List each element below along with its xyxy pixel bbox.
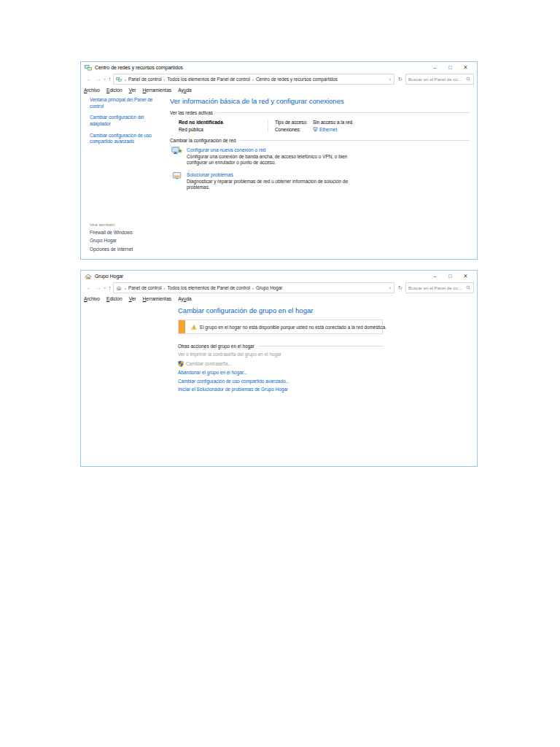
warning-icon [191,325,197,330]
troubleshoot-link[interactable]: Solucionar problemas [187,172,363,177]
see-also-windows-firewall[interactable]: Firewall de Windows [90,230,133,235]
see-also-label: Vea también [90,222,133,227]
recent-pages-chevron-icon[interactable]: ∨ [104,282,106,294]
troubleshoot-desc: Diagnosticar y reparar problemas de red … [187,179,363,191]
back-icon[interactable]: ← [86,282,92,294]
forward-icon[interactable]: → [96,73,101,85]
address-bar: ← → ∨ ↑ › Panel de control › Todos los e… [81,282,477,294]
breadcrumb[interactable]: › Panel de control › Todos los elementos… [113,74,394,85]
menu-help[interactable]: Ayuda [178,296,192,301]
search-input[interactable]: Buscar en el Panel de co… [405,282,474,293]
breadcrumb-current[interactable]: Grupo Hogar [256,285,282,290]
active-network-item: Red no identificada Red pública Tipo de … [179,120,470,132]
divider [217,112,470,113]
menu-tools[interactable]: Herramientas [143,296,172,301]
titlebar[interactable]: Centro de redes y recursos compartidos –… [81,62,477,73]
menu-edit[interactable]: Edición [106,88,122,93]
homegroup-troubleshooter-link[interactable]: Iniciar el Solucionador de problemas de … [178,387,288,392]
homegroup-icon [116,285,122,291]
forward-icon[interactable]: → [96,282,101,294]
leave-homegroup-link[interactable]: Abandonar el grupo en el hogar... [178,370,247,375]
titlebar[interactable]: Grupo Hogar – □ ✕ [81,271,477,282]
troubleshoot-icon [171,171,182,180]
see-also-homegroup[interactable]: Grupo Hogar [90,238,133,243]
warning-accent-bar [179,320,185,333]
breadcrumb-control-panel[interactable]: Panel de control [128,285,162,290]
breadcrumb-current[interactable]: Centro de redes y recursos compartidos [256,77,338,82]
page-title: Ver información básica de la red y confi… [170,97,470,105]
chevron-right-icon: › [164,77,166,82]
refresh-icon[interactable]: ↻ [398,76,402,82]
other-actions-label: Otras acciones del grupo en el hogar [178,344,254,349]
change-network-settings-label: Cambiar la configuración de red [170,138,236,143]
main-content: Ver información básica de la red y confi… [168,94,477,260]
sidebar-item-control-panel-home[interactable]: Ventana principal del Panel de control [90,97,158,109]
divider [258,346,384,347]
network-center-icon [116,77,122,82]
back-icon[interactable]: ← [86,73,92,85]
uac-shield-icon [178,360,184,367]
access-type-value: Sin acceso a la red [313,120,352,125]
maximize-button[interactable]: □ [443,271,458,282]
sidebar-item-adapter-settings[interactable]: Cambiar configuración del adaptador [90,115,158,127]
menu-help[interactable]: Ayuda [178,88,192,93]
new-connection-icon [171,147,182,155]
window-title: Centro de redes y recursos compartidos [95,65,183,70]
troubleshoot-task: Solucionar problemas Diagnosticar y repa… [171,171,470,191]
setup-new-connection-desc: Configurar una conexión de banda ancha, … [187,154,363,166]
address-dropdown-icon[interactable]: ∨ [389,77,391,81]
ethernet-link[interactable]: Ethernet [313,127,352,132]
address-bar: ← → ∨ ↑ › Panel de control › Todos los e… [81,73,477,85]
minimize-button[interactable]: – [427,62,443,73]
view-password-item: Ver o imprimir la contraseña del grupo e… [178,352,477,357]
up-icon[interactable]: ↑ [109,282,112,294]
chevron-right-icon: › [252,77,254,82]
chevron-right-icon: › [125,77,126,82]
chevron-right-icon: › [125,286,126,290]
setup-new-connection-task: Configurar una nueva conexión o red Conf… [171,147,470,166]
connections-label: Conexiones: [275,127,313,132]
breadcrumb-all-items[interactable]: Todos los elementos de Panel de control [168,77,250,82]
breadcrumb[interactable]: › Panel de control › Todos los elementos… [113,282,394,293]
network-profile: Red pública [179,127,268,132]
divider [240,140,470,141]
search-placeholder: Buscar en el Panel de co… [408,285,466,290]
menu-file[interactable]: Archivo [84,296,100,301]
search-icon[interactable] [466,285,471,290]
maximize-button[interactable]: □ [443,62,458,73]
network-center-icon [85,64,92,71]
sidebar-item-advanced-sharing[interactable]: Cambiar configuración de uso compartido … [90,133,158,145]
see-also-section: Vea también Firewall de Windows Grupo Ho… [90,222,133,255]
menu-file[interactable]: Archivo [84,88,100,93]
network-sharing-center-window: Centro de redes y recursos compartidos –… [80,61,478,260]
homegroup-window: Grupo Hogar – □ ✕ ← → ∨ ↑ › Panel de con… [80,270,478,467]
see-also-internet-options[interactable]: Opciones de Internet [90,247,133,252]
warning-text: El grupo en el hogar no está disponible … [200,325,386,330]
change-password-item: Cambiar contraseña... [178,360,477,367]
page-title: Cambiar configuración de grupo en el hog… [178,306,477,314]
refresh-icon[interactable]: ↻ [398,285,402,291]
search-icon[interactable] [466,77,471,82]
breadcrumb-control-panel[interactable]: Panel de control [128,77,162,82]
close-button[interactable]: ✕ [458,271,473,282]
up-icon[interactable]: ↑ [109,73,112,85]
breadcrumb-all-items[interactable]: Todos los elementos de Panel de control [168,285,250,290]
window-title: Grupo Hogar [95,274,123,279]
warning-banner: El grupo en el hogar no está disponible … [178,320,383,334]
setup-new-connection-link[interactable]: Configurar una nueva conexión o red [187,147,363,152]
menu-edit[interactable]: Edición [106,296,122,301]
address-dropdown-icon[interactable]: ∨ [389,286,391,290]
advanced-sharing-link[interactable]: Cambiar configuración de uso compartido … [178,379,289,384]
search-input[interactable]: Buscar en el Panel de co… [405,74,474,85]
menu-view[interactable]: Ver [129,88,136,93]
menu-view[interactable]: Ver [129,296,136,301]
homegroup-icon [85,273,92,280]
recent-pages-chevron-icon[interactable]: ∨ [104,73,106,85]
menu-bar: Archivo Edición Ver Herramientas Ayuda [81,85,477,94]
chevron-right-icon: › [164,286,166,290]
active-networks-label: Ver las redes activas [170,110,213,115]
menu-tools[interactable]: Herramientas [143,88,172,93]
minimize-button[interactable]: – [427,271,443,282]
tasks-sidebar: Ventana principal del Panel de control C… [81,94,168,260]
close-button[interactable]: ✕ [458,62,473,73]
